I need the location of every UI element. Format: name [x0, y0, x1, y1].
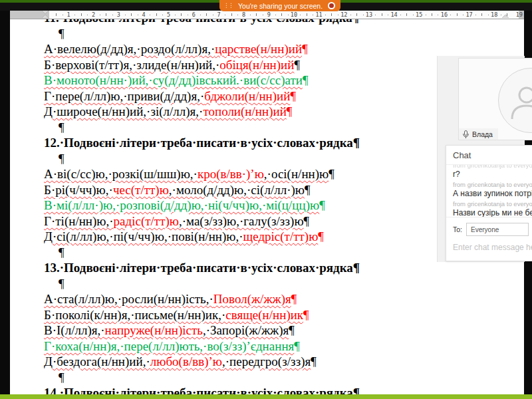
ruler-number: 19 — [516, 11, 523, 18]
sharing-banner[interactable]: ⋮⋮ You're sharing your screen. — [219, 0, 340, 11]
ruler-dot — [300, 15, 301, 15]
horizontal-ruler[interactable]: 12345678910111213141516171819 — [10, 11, 524, 19]
ruler-dot — [338, 15, 338, 15]
text-run: ¶ — [287, 104, 293, 118]
text-run: ¶ — [305, 183, 311, 197]
text-run: любо(в/вв)’ю — [150, 354, 222, 368]
ruler-tick — [231, 13, 232, 16]
ruler-tick — [131, 13, 132, 16]
ruler-dot — [188, 15, 188, 15]
text-run: А·ві(с/сс)ю,·розкі(ш/шш)ю,· — [44, 167, 198, 181]
hanging-indent-marker[interactable] — [42, 15, 49, 18]
text-run: щедріс(т/тт)ю — [243, 229, 319, 243]
ruler-dot — [263, 15, 263, 15]
document-line: В·І(л/лл)я,·напруже(н/нн)ість,·Запорі(ж/… — [44, 323, 524, 338]
chat-title: Chat — [446, 146, 532, 165]
text-run: ¶ — [319, 198, 325, 212]
text-run: ,·Запорі(ж/жж)я — [203, 323, 289, 337]
ruler-number: 9 — [267, 11, 271, 18]
text-run: ¶ — [59, 277, 65, 291]
text-run: бджоли(н/нн)ий — [204, 89, 290, 103]
document-line: ¶ — [44, 370, 524, 386]
right-indent-marker[interactable] — [502, 15, 509, 18]
chat-message-input[interactable]: Enter chat message here — [453, 243, 532, 252]
text-run: ¶ — [290, 89, 296, 103]
chat-compose-area: To: Everyone Enter chat message here — [446, 217, 532, 252]
document-line: А·велелю(д/дд)я,·роздо(л/лл)я,·царстве(н… — [44, 41, 524, 57]
text-run: А·ста(л/лл)ю,·росли(н/нн)ість,· — [44, 292, 213, 306]
chat-panel: Chat from gricenkotanja to everyone:r?fr… — [446, 145, 532, 261]
ruler-tick — [481, 13, 482, 16]
document-line: А·ста(л/лл)ю,·росли(н/нн)ість,·Повол(ж/ж… — [44, 291, 524, 307]
ruler-dot — [275, 15, 276, 15]
ruler-tick — [356, 13, 357, 16]
chat-message-text: А назви зупинок потрібно б — [453, 189, 532, 198]
ruler-tick — [256, 13, 257, 16]
text-run: В·мі(л/лл·)ю,·розпові(д/дд)ю,·ні(ч/чч)ю,… — [44, 198, 319, 212]
chat-recipient-dropdown[interactable]: Everyone — [466, 223, 529, 236]
ruler-dot — [450, 15, 451, 15]
text-run: Г·коха(н/нн)я,·пере(л/лл)ють,·во(з/зз)’є… — [44, 339, 294, 353]
text-run: В·І(л/лл)я,· — [44, 323, 105, 337]
ruler-tick — [432, 13, 432, 16]
text-run: А·велелю(д/дд)я,·роздо(л/лл)я,· — [44, 42, 215, 56]
ruler-number: 12 — [340, 11, 347, 18]
ruler-dot — [501, 15, 501, 15]
ruler-dot — [463, 15, 464, 15]
text-run: Д·сі(л/лл)ю,·пі(ч/чч)ю,·пові(н/нн)ю,· — [44, 229, 243, 243]
ruler-dot — [87, 15, 88, 15]
text-run: 14.·Подвоєні·літери·треба·писати·в·усіх·… — [44, 386, 360, 394]
text-run: ¶ — [302, 42, 308, 56]
text-run: ¶ — [311, 354, 317, 368]
participant-video-tile[interactable]: Влада — [458, 58, 532, 140]
stop-sharing-button[interactable] — [328, 2, 335, 9]
ruler-number: 8 — [242, 11, 245, 18]
chat-message-text: Назви сузірь ми не беремо і — [453, 208, 532, 217]
ruler-dot — [225, 15, 225, 15]
chat-message-meta: from gricenkotanja to everyone: — [453, 165, 532, 169]
text-run: тополи(н/нн)ий — [203, 104, 286, 118]
document-line: ¶ — [44, 26, 524, 42]
text-run: Повол(ж/жж)я — [213, 292, 291, 306]
text-run: свяще(н/нн)ик — [225, 308, 303, 322]
first-line-indent-marker[interactable] — [42, 11, 49, 14]
text-run: 11.·Подвоєні·літери·треба·писати·в·усіх·… — [44, 19, 359, 25]
ruler-number: 15 — [416, 11, 422, 18]
chat-to-label: To: — [453, 225, 462, 233]
ruler-dot — [313, 15, 313, 15]
ruler-dot — [400, 15, 401, 15]
ruler-number: 16 — [441, 11, 448, 18]
text-run: Г·пере(л/лл)ю,·приви(д/дд)я,· — [44, 89, 204, 103]
text-run: ¶ — [59, 152, 65, 166]
document-line: Г·коха(н/нн)я,·пере(л/лл)ють,·во(з/зз)’є… — [44, 338, 524, 354]
text-run: ,·осі(н/нн)ю — [264, 167, 329, 181]
text-run: Д·бездога(н/нн)ий,· — [44, 354, 150, 368]
ruler-dot — [112, 15, 113, 15]
ruler-dot — [213, 15, 213, 15]
person-icon — [508, 83, 532, 120]
text-run: Б·рі(ч/чч)ю,· — [44, 183, 113, 197]
screen: ⋮⋮ You're sharing your screen. 123456789… — [0, 0, 532, 399]
ruler-dot — [475, 15, 476, 15]
ruler-dot — [74, 15, 75, 15]
ruler-dot — [350, 15, 351, 15]
document-heading-line: 13.·Подвоєні·літери·треба·писати·в·усіх·… — [44, 260, 524, 276]
text-run: Д·широче(н/нн)ий,·зі(л/лл)я,· — [44, 104, 203, 118]
drag-handle-icon[interactable]: ⋮⋮ — [223, 0, 233, 11]
text-run: Г·ті(н/нн)ю,· — [44, 214, 114, 228]
text-run: ¶ — [318, 229, 324, 243]
ruler-number: 6 — [192, 11, 196, 18]
ruler-tick — [156, 13, 157, 16]
ruler-number: 1 — [66, 11, 70, 18]
chat-message-text: r? — [453, 170, 532, 179]
text-run: ¶ — [289, 323, 295, 337]
ruler-number: 7 — [217, 11, 220, 18]
text-run: напруже(н/нн)ість — [105, 323, 203, 337]
text-run: ¶ — [329, 167, 334, 181]
chat-message-list[interactable]: from gricenkotanja to everyone:r?from gr… — [446, 165, 532, 217]
ruler-dot — [438, 15, 438, 15]
text-run: ¶ — [304, 214, 310, 228]
ruler-dot — [250, 15, 251, 15]
ruler-dot — [162, 15, 163, 15]
ruler-dot — [138, 15, 138, 15]
